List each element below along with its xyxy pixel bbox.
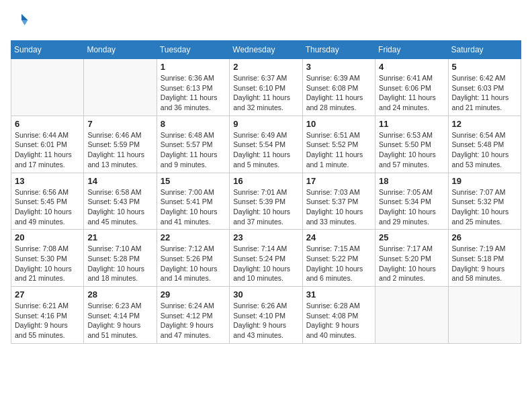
- calendar-cell: 10Sunrise: 6:51 AMSunset: 5:52 PMDayligh…: [302, 116, 375, 173]
- calendar-cell: 6Sunrise: 6:44 AMSunset: 6:01 PMDaylight…: [11, 116, 84, 173]
- day-info: Sunrise: 6:39 AMSunset: 6:08 PMDaylight:…: [306, 73, 371, 113]
- weekday-header: Monday: [84, 41, 157, 59]
- day-info: Sunrise: 7:14 AMSunset: 5:24 PMDaylight:…: [233, 244, 298, 283]
- calendar-cell: 9Sunrise: 6:49 AMSunset: 5:54 PMDaylight…: [230, 116, 302, 173]
- calendar-week-row: 13Sunrise: 6:56 AMSunset: 5:45 PMDayligh…: [11, 173, 521, 230]
- day-number: 11: [379, 119, 444, 129]
- calendar-cell: 16Sunrise: 7:01 AMSunset: 5:39 PMDayligh…: [230, 173, 302, 230]
- day-number: 28: [87, 289, 152, 300]
- calendar-cell: 11Sunrise: 6:53 AMSunset: 5:50 PMDayligh…: [375, 116, 448, 173]
- calendar-week-row: 27Sunrise: 6:21 AMSunset: 4:16 PMDayligh…: [11, 287, 521, 344]
- calendar-cell: 7Sunrise: 6:46 AMSunset: 5:59 PMDaylight…: [84, 116, 157, 173]
- calendar-cell: 20Sunrise: 7:08 AMSunset: 5:30 PMDayligh…: [11, 230, 84, 287]
- day-info: Sunrise: 6:49 AMSunset: 5:54 PMDaylight:…: [233, 130, 298, 170]
- day-info: Sunrise: 6:36 AMSunset: 6:13 PMDaylight:…: [161, 73, 226, 113]
- day-number: 9: [233, 119, 298, 129]
- day-info: Sunrise: 7:03 AMSunset: 5:37 PMDaylight:…: [306, 187, 371, 227]
- calendar-week-row: 20Sunrise: 7:08 AMSunset: 5:30 PMDayligh…: [11, 230, 521, 287]
- calendar-cell: 25Sunrise: 7:17 AMSunset: 5:20 PMDayligh…: [375, 230, 448, 287]
- calendar-cell: 4Sunrise: 6:41 AMSunset: 6:06 PMDaylight…: [375, 59, 448, 116]
- calendar-cell: 19Sunrise: 7:07 AMSunset: 5:32 PMDayligh…: [448, 173, 521, 230]
- day-number: 25: [379, 232, 444, 242]
- day-info: Sunrise: 7:12 AMSunset: 5:26 PMDaylight:…: [161, 244, 226, 283]
- day-number: 6: [15, 119, 80, 129]
- logo: [11, 11, 32, 32]
- calendar-cell: 28Sunrise: 6:23 AMSunset: 4:14 PMDayligh…: [84, 287, 157, 344]
- day-info: Sunrise: 6:21 AMSunset: 4:16 PMDaylight:…: [15, 301, 80, 340]
- day-number: 23: [233, 232, 298, 242]
- calendar-cell: 21Sunrise: 7:10 AMSunset: 5:28 PMDayligh…: [84, 230, 157, 287]
- calendar-cell: 14Sunrise: 6:58 AMSunset: 5:43 PMDayligh…: [84, 173, 157, 230]
- day-info: Sunrise: 6:28 AMSunset: 4:08 PMDaylight:…: [306, 301, 371, 340]
- calendar-cell: 24Sunrise: 7:15 AMSunset: 5:22 PMDayligh…: [302, 230, 375, 287]
- weekday-header: Saturday: [448, 41, 521, 59]
- day-number: 3: [306, 62, 371, 72]
- day-info: Sunrise: 7:19 AMSunset: 5:18 PMDaylight:…: [452, 244, 517, 283]
- day-info: Sunrise: 6:48 AMSunset: 5:57 PMDaylight:…: [161, 130, 226, 170]
- calendar-cell: 27Sunrise: 6:21 AMSunset: 4:16 PMDayligh…: [11, 287, 84, 344]
- calendar-cell: 8Sunrise: 6:48 AMSunset: 5:57 PMDaylight…: [157, 116, 229, 173]
- day-number: 8: [161, 119, 226, 129]
- day-number: 27: [15, 289, 80, 300]
- day-number: 1: [161, 62, 226, 72]
- day-number: 13: [15, 176, 80, 186]
- calendar-cell: 12Sunrise: 6:54 AMSunset: 5:48 PMDayligh…: [448, 116, 521, 173]
- day-info: Sunrise: 7:07 AMSunset: 5:32 PMDaylight:…: [452, 187, 517, 227]
- day-info: Sunrise: 6:54 AMSunset: 5:48 PMDaylight:…: [452, 130, 517, 170]
- day-info: Sunrise: 6:53 AMSunset: 5:50 PMDaylight:…: [379, 130, 444, 170]
- calendar-cell: 3Sunrise: 6:39 AMSunset: 6:08 PMDaylight…: [302, 59, 375, 116]
- day-number: 30: [233, 289, 298, 300]
- day-number: 12: [452, 119, 517, 129]
- calendar-cell: 26Sunrise: 7:19 AMSunset: 5:18 PMDayligh…: [448, 230, 521, 287]
- weekday-header: Friday: [375, 41, 448, 59]
- weekday-header: Wednesday: [230, 41, 302, 59]
- weekday-header: Tuesday: [157, 41, 229, 59]
- day-info: Sunrise: 7:00 AMSunset: 5:41 PMDaylight:…: [161, 187, 226, 227]
- calendar-cell: 30Sunrise: 6:26 AMSunset: 4:10 PMDayligh…: [230, 287, 302, 344]
- calendar-cell: 23Sunrise: 7:14 AMSunset: 5:24 PMDayligh…: [230, 230, 302, 287]
- day-number: 16: [233, 176, 298, 186]
- day-number: 29: [161, 289, 226, 300]
- day-number: 4: [379, 62, 444, 72]
- day-info: Sunrise: 7:10 AMSunset: 5:28 PMDaylight:…: [87, 244, 152, 283]
- day-info: Sunrise: 6:46 AMSunset: 5:59 PMDaylight:…: [87, 130, 152, 170]
- calendar-cell: 1Sunrise: 6:36 AMSunset: 6:13 PMDaylight…: [157, 59, 229, 116]
- weekday-header: Thursday: [302, 41, 375, 59]
- calendar-cell: 15Sunrise: 7:00 AMSunset: 5:41 PMDayligh…: [157, 173, 229, 230]
- day-number: 20: [15, 232, 80, 242]
- day-number: 2: [233, 62, 298, 72]
- logo-icon: [12, 11, 31, 30]
- day-number: 31: [306, 289, 371, 300]
- calendar-cell: 13Sunrise: 6:56 AMSunset: 5:45 PMDayligh…: [11, 173, 84, 230]
- day-info: Sunrise: 6:51 AMSunset: 5:52 PMDaylight:…: [306, 130, 371, 170]
- day-number: 24: [306, 232, 371, 242]
- calendar-cell: 29Sunrise: 6:24 AMSunset: 4:12 PMDayligh…: [157, 287, 229, 344]
- calendar-week-row: 6Sunrise: 6:44 AMSunset: 6:01 PMDaylight…: [11, 116, 521, 173]
- day-info: Sunrise: 7:08 AMSunset: 5:30 PMDaylight:…: [15, 244, 80, 283]
- day-number: 18: [379, 176, 444, 186]
- day-info: Sunrise: 7:17 AMSunset: 5:20 PMDaylight:…: [379, 244, 444, 283]
- calendar-cell: [375, 287, 448, 344]
- day-number: 7: [87, 119, 152, 129]
- calendar-cell: 18Sunrise: 7:05 AMSunset: 5:34 PMDayligh…: [375, 173, 448, 230]
- day-number: 22: [161, 232, 226, 242]
- calendar-cell: 22Sunrise: 7:12 AMSunset: 5:26 PMDayligh…: [157, 230, 229, 287]
- day-number: 17: [306, 176, 371, 186]
- calendar-week-row: 1Sunrise: 6:36 AMSunset: 6:13 PMDaylight…: [11, 59, 521, 116]
- day-info: Sunrise: 6:44 AMSunset: 6:01 PMDaylight:…: [15, 130, 80, 170]
- calendar-header-row: SundayMondayTuesdayWednesdayThursdayFrid…: [11, 41, 521, 59]
- day-info: Sunrise: 6:26 AMSunset: 4:10 PMDaylight:…: [233, 301, 298, 340]
- day-info: Sunrise: 6:56 AMSunset: 5:45 PMDaylight:…: [15, 187, 80, 227]
- day-info: Sunrise: 7:01 AMSunset: 5:39 PMDaylight:…: [233, 187, 298, 227]
- calendar-cell: 31Sunrise: 6:28 AMSunset: 4:08 PMDayligh…: [302, 287, 375, 344]
- calendar-cell: 2Sunrise: 6:37 AMSunset: 6:10 PMDaylight…: [230, 59, 302, 116]
- day-number: 19: [452, 176, 517, 186]
- day-info: Sunrise: 6:24 AMSunset: 4:12 PMDaylight:…: [161, 301, 226, 340]
- day-info: Sunrise: 6:42 AMSunset: 6:03 PMDaylight:…: [452, 73, 517, 113]
- day-info: Sunrise: 7:05 AMSunset: 5:34 PMDaylight:…: [379, 187, 444, 227]
- page-header: [11, 11, 521, 32]
- calendar-cell: 17Sunrise: 7:03 AMSunset: 5:37 PMDayligh…: [302, 173, 375, 230]
- weekday-header: Sunday: [11, 41, 84, 59]
- day-number: 5: [452, 62, 517, 72]
- day-number: 26: [452, 232, 517, 242]
